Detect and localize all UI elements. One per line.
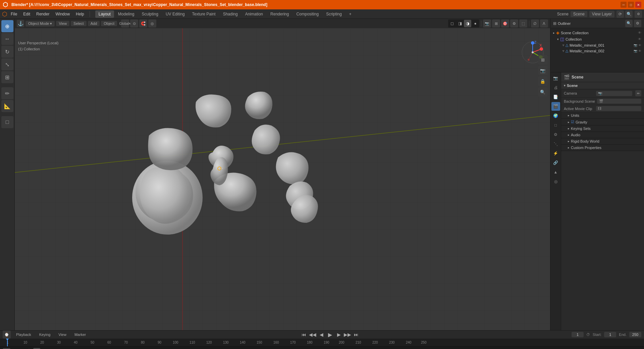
sync-button[interactable]: ⟳ (616, 10, 624, 18)
menu-file[interactable]: File (8, 11, 20, 17)
timeline-view-btn[interactable]: View (56, 332, 69, 337)
audio-section[interactable]: ▸ Audio (561, 132, 644, 138)
shading-rendered[interactable]: ● (472, 20, 479, 27)
gravity-section[interactable]: ▸ ☑ Gravity (561, 119, 644, 126)
tab-add[interactable]: + (346, 10, 355, 18)
prop-render-btn[interactable]: 📷 (551, 74, 560, 83)
prop-view-layer-btn[interactable]: 📑 (551, 93, 560, 101)
collection-eye[interactable]: 👁 (638, 37, 641, 41)
minimize-button[interactable]: ─ (621, 2, 627, 8)
timeline-scrubber[interactable]: 1 10 20 30 40 50 60 70 80 90 100 110 120… (0, 339, 644, 346)
prop-world-btn[interactable]: 🌍 (551, 111, 560, 120)
current-frame-input[interactable]: 1 (572, 332, 584, 337)
prop-physics-btn[interactable]: ⚡ (551, 149, 560, 158)
snap-btn[interactable]: 🧲 (139, 19, 147, 28)
menu-edit[interactable]: Edit (20, 11, 33, 17)
next-keyframe-btn[interactable]: ▶▶ (344, 331, 351, 338)
window-controls[interactable]: ─ □ ✕ (621, 2, 641, 8)
rigid-body-world-section[interactable]: ▸ Rigid Body World (561, 138, 644, 145)
gravity-checkbox[interactable]: ☑ (571, 120, 574, 124)
jump-start-btn[interactable]: ⏮ (301, 331, 307, 338)
timeline-marker-btn[interactable]: Marker (72, 332, 89, 337)
view-layer-selector[interactable]: View Layer (589, 11, 614, 17)
viewport-area[interactable]: ⚓ Object Mode ▾ View Select Add Object G… (15, 19, 550, 330)
menu-window[interactable]: Window (53, 11, 72, 17)
start-frame-input[interactable]: 1 (604, 332, 616, 337)
play-btn[interactable]: ▶ (327, 331, 333, 338)
movie-clip-value[interactable]: 🎞 (596, 106, 641, 111)
prev-frame-btn[interactable]: ◀ (318, 331, 325, 338)
tab-animation[interactable]: Animation (242, 10, 266, 18)
outliner-filter-btn[interactable]: ⚙ (634, 20, 641, 27)
outliner-mineral-001[interactable]: ▿ △ Metallic_mineral_001 📷 👁 (550, 42, 644, 48)
tab-texture-paint[interactable]: Texture Paint (189, 10, 219, 18)
scene-collection-eye[interactable]: 👁 (638, 31, 641, 35)
prop-object-btn[interactable]: □ (551, 121, 560, 130)
scale-tool[interactable]: ⤡ (1, 58, 13, 70)
tab-compositing[interactable]: Compositing (293, 10, 322, 18)
shading-solid[interactable]: ◨ (456, 20, 464, 27)
xray-btn[interactable]: ∅ (531, 19, 539, 28)
blender-logo-button[interactable]: ⬡ (2, 10, 7, 18)
camera-value[interactable]: 📷 (596, 91, 632, 96)
maximize-button[interactable]: □ (628, 2, 634, 8)
menu-render[interactable]: Render (34, 11, 52, 17)
viewport-grid[interactable]: User Perspective (Local) (1) Collection … (15, 28, 550, 330)
camera-toggle-btn[interactable]: 📷 (538, 66, 547, 75)
camera-edit-btn[interactable]: ✏ (635, 90, 641, 96)
zoom-extents-btn[interactable]: ⊞ (538, 55, 547, 64)
outliner-collection[interactable]: ▾ ◫ Collection 👁 (550, 36, 644, 42)
search-viewport-btn[interactable]: 🔍 (538, 87, 547, 97)
tab-shading[interactable]: Shading (220, 10, 241, 18)
add-cube-tool[interactable]: □ (1, 116, 13, 128)
prop-output-btn[interactable]: 🖨 (551, 83, 560, 92)
tab-layout[interactable]: Layout (95, 10, 114, 18)
view-lock-btn[interactable]: 🔒 (538, 77, 547, 86)
bg-scene-value[interactable]: 🎬 (597, 99, 641, 104)
tab-scripting[interactable]: Scripting (323, 10, 345, 18)
scene-section-header[interactable]: ▾ Scene (561, 82, 644, 89)
units-section[interactable]: ▸ Units (561, 112, 644, 119)
viewport-render-region-btn[interactable]: ⬚ (519, 19, 527, 28)
scene-selector[interactable]: Scene (571, 11, 587, 17)
mineral-002-camera-icon[interactable]: 📷 (634, 49, 637, 53)
tab-modeling[interactable]: Modeling (115, 10, 138, 18)
custom-properties-section[interactable]: ▸ Custom Properties (561, 145, 644, 151)
viewport-object-menu[interactable]: Object (101, 21, 117, 26)
move-tool[interactable]: ↔ (1, 33, 13, 45)
end-frame-input[interactable]: 250 (629, 332, 641, 337)
object-mode-selector[interactable]: Object Mode ▾ (25, 21, 55, 27)
prev-keyframe-btn[interactable]: ◀◀ (309, 331, 316, 338)
mineral-001-eye-icon[interactable]: 👁 (638, 44, 641, 47)
viewport-add-menu[interactable]: Add (88, 21, 100, 26)
annotate-tool[interactable]: ✏ (1, 87, 13, 99)
camera-view-btn[interactable]: 📷 (483, 19, 491, 28)
overlay-btn[interactable]: ⊞ (492, 19, 500, 28)
tab-uv-editing[interactable]: UV Editing (162, 10, 188, 18)
viewport-stat-btn[interactable]: Ʌ (540, 19, 548, 28)
gizmo-btn[interactable]: 🎯 (501, 19, 509, 28)
prop-modifier-btn[interactable]: ⚙ (551, 130, 560, 139)
viewport-menu-icon[interactable]: ⚓ (17, 20, 24, 27)
timeline-menu-icon[interactable]: ⌚ (3, 331, 11, 339)
menu-help[interactable]: Help (73, 11, 87, 17)
shading-material[interactable]: ◑ (464, 20, 471, 27)
filter-button[interactable]: ⚙ (635, 10, 642, 18)
transform-tool[interactable]: ⊞ (1, 71, 13, 83)
viewport-options-btn[interactable]: ⚙ (510, 19, 518, 28)
proportional-btn[interactable]: ◎ (148, 19, 156, 28)
keying-sets-section[interactable]: ▸ Keying Sets (561, 126, 644, 132)
mineral-001-camera-icon[interactable]: 📷 (634, 44, 637, 47)
tab-rendering[interactable]: Rendering (267, 10, 292, 18)
rotate-tool[interactable]: ↻ (1, 46, 13, 58)
prop-scene-btn[interactable]: 🎬 (551, 102, 560, 111)
global-selector[interactable]: Global ▾ (121, 19, 129, 28)
timeline-keying-btn[interactable]: Keying (37, 332, 53, 337)
pivot-btn[interactable]: ⊙ (130, 19, 138, 28)
shading-wireframe[interactable]: ◻ (448, 20, 456, 27)
viewport-view-menu[interactable]: View (56, 21, 69, 26)
prop-constraint-btn[interactable]: 🔗 (551, 158, 560, 167)
prop-particle-btn[interactable]: ⋱ (551, 140, 560, 148)
search-button[interactable]: 🔍 (625, 10, 633, 18)
mineral-002-eye-icon[interactable]: 👁 (638, 49, 641, 53)
